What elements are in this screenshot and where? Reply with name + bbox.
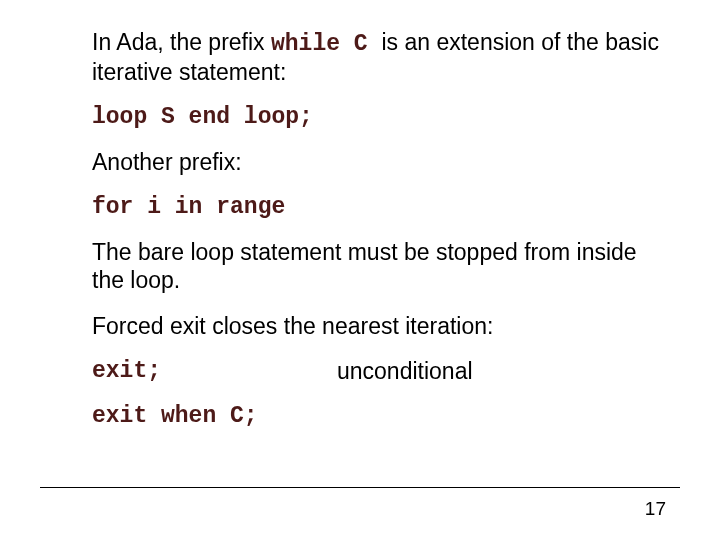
paragraph-another-prefix: Another prefix: bbox=[92, 148, 660, 176]
code-exit-when: exit when C; bbox=[92, 403, 660, 429]
code-loop: loop S end loop; bbox=[92, 104, 660, 130]
horizontal-rule bbox=[40, 487, 680, 488]
paragraph-intro: In Ada, the prefix while C is an extensi… bbox=[92, 28, 660, 86]
code-for: for i in range bbox=[92, 194, 660, 220]
label-unconditional: unconditional bbox=[337, 358, 473, 385]
paragraph-bare-loop: The bare loop statement must be stopped … bbox=[92, 238, 660, 294]
page-number: 17 bbox=[645, 498, 666, 520]
code-inline-while: while C bbox=[271, 31, 381, 57]
slide: In Ada, the prefix while C is an extensi… bbox=[0, 0, 720, 540]
exit-row: exit; unconditional bbox=[92, 358, 660, 385]
text-run: In Ada, the prefix bbox=[92, 29, 271, 55]
code-exit: exit; bbox=[92, 358, 337, 385]
paragraph-forced-exit: Forced exit closes the nearest iteration… bbox=[92, 312, 660, 340]
